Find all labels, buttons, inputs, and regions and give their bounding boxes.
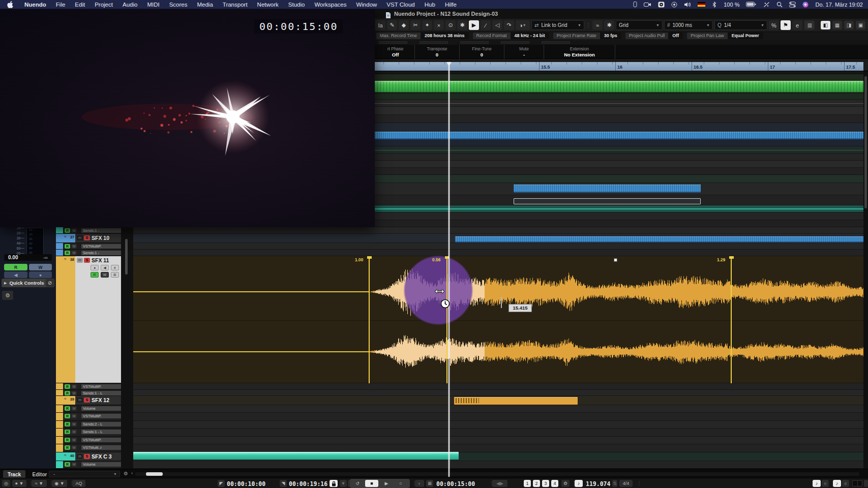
lane-write-button[interactable]: W <box>71 414 77 418</box>
battery-icon[interactable] <box>746 2 757 7</box>
write-automation-button[interactable]: W <box>101 272 109 278</box>
project-cursor[interactable] <box>448 62 450 477</box>
tempo-spinner[interactable]: ⇅ <box>612 480 617 487</box>
event-midpoint-handle[interactable] <box>614 258 617 262</box>
video-player-window[interactable]: 00:00:15:00 <box>0 9 375 227</box>
lane-write-button[interactable]: W <box>71 462 77 467</box>
event-end-line[interactable] <box>731 256 732 383</box>
mute-button[interactable]: m <box>77 235 83 240</box>
setup-window-layout-button[interactable]: ▥ <box>805 21 815 29</box>
audio-quantize-button[interactable]: AQ <box>72 480 85 487</box>
right-locator-icon[interactable]: ◥ <box>280 480 287 487</box>
edit-channel-button[interactable]: e <box>111 265 119 270</box>
menu-transport[interactable]: Transport <box>223 2 248 8</box>
stop-button[interactable]: ■ <box>365 480 378 487</box>
de-flag-icon[interactable] <box>698 2 705 7</box>
mute-button[interactable]: m <box>77 454 83 459</box>
marker-4-button[interactable]: 4 <box>551 480 558 487</box>
quick-controls-header[interactable]: ▶ Quick Controls ⊘ <box>2 279 54 287</box>
status-item-4[interactable]: Project Pan LawEqual Power <box>687 33 763 39</box>
lane-read-button[interactable]: R <box>65 422 70 426</box>
menu-nuendo[interactable]: Nuendo <box>24 2 46 8</box>
range-selection-tool-button[interactable]: Ia <box>375 20 385 30</box>
lane-read-button[interactable]: R <box>65 406 70 411</box>
solo-button[interactable]: S <box>84 398 90 403</box>
locator-lock-button[interactable] <box>330 480 338 487</box>
screen-record-icon[interactable] <box>644 2 651 8</box>
lane-write-button[interactable]: W <box>71 244 77 249</box>
lower-zone-button[interactable]: ▦ <box>832 21 842 29</box>
menu-network[interactable]: Network <box>257 2 279 8</box>
left-locator-time[interactable]: 00:00:10:00 <box>227 480 265 487</box>
audition-tool-button[interactable]: ◁ <box>492 20 502 30</box>
blue-clip-mid[interactable] <box>514 185 701 193</box>
mute-button[interactable]: m <box>77 258 83 263</box>
vertical-scrollbar[interactable] <box>863 71 868 478</box>
obs-icon[interactable] <box>658 2 665 8</box>
status-item-3[interactable]: Project Audio PullOff <box>625 33 683 39</box>
lane-read-button[interactable]: R <box>65 228 70 233</box>
mute-tool-button[interactable]: × <box>434 20 444 30</box>
lane-write-button[interactable]: W <box>71 251 77 255</box>
fader-value[interactable]: 0.00 <box>8 255 18 260</box>
menu-file[interactable]: File <box>56 2 66 8</box>
menu-hub[interactable]: Hub <box>425 2 435 8</box>
read-automation-button[interactable]: R <box>4 264 27 270</box>
time-signature[interactable]: 4/4 <box>619 480 633 487</box>
menu-edit[interactable]: Edit <box>75 2 85 8</box>
iterative-quantize-icon[interactable]: % <box>769 20 779 30</box>
chord-track-field[interactable]: - ▼ <box>49 471 120 477</box>
lane-read-button[interactable]: R <box>65 384 70 389</box>
record-enable-button[interactable]: ● <box>91 265 99 270</box>
tempo-track-button[interactable]: ♪ <box>575 480 583 487</box>
punch-in-button[interactable]: ▼ <box>340 480 347 487</box>
feedback-tool-button[interactable]: ↷ <box>504 20 514 30</box>
lane-write-button[interactable]: W <box>71 228 77 233</box>
info-field-transpose[interactable]: Transpose0 <box>415 45 460 59</box>
lane-read-button[interactable]: R <box>65 430 70 434</box>
lane-write-button[interactable]: W <box>71 384 77 389</box>
info-field-mute[interactable]: Mute- <box>504 45 544 59</box>
crossfade-button[interactable]: ≈ <box>592 20 603 30</box>
record-enable-button[interactable]: ● <box>29 271 52 278</box>
marker-settings-button[interactable]: ⚙ <box>561 480 570 487</box>
cycle-button[interactable]: ↺ <box>352 480 363 487</box>
lane-write-button[interactable]: W <box>71 391 77 395</box>
lane-write-button[interactable]: W <box>71 438 77 442</box>
marker-jump-buttons[interactable]: ◀▶ <box>492 480 507 487</box>
lane-read-button[interactable]: R <box>65 244 70 249</box>
assistant-icon[interactable] <box>802 2 809 8</box>
volume-icon[interactable] <box>684 2 691 8</box>
lane-write-button[interactable]: W <box>71 406 77 411</box>
erase-tool-button[interactable]: ◆ <box>399 20 409 30</box>
menu-window[interactable]: Window <box>356 2 377 8</box>
event-start-line[interactable] <box>369 256 370 383</box>
edit-icon[interactable]: e <box>792 20 802 30</box>
menu-audio[interactable]: Audio <box>123 2 137 8</box>
status-item-2[interactable]: Project Frame Rate30 fps <box>553 33 621 39</box>
play-button[interactable]: ▶ <box>380 480 393 487</box>
preroll-icon[interactable]: ◐ <box>415 480 424 487</box>
menu-vst-cloud[interactable]: VST Cloud <box>386 2 414 8</box>
marker-2-button[interactable]: 2 <box>533 480 540 487</box>
menu-media[interactable]: Media <box>197 2 213 8</box>
monitor-button[interactable]: ◀ <box>101 265 109 270</box>
record-icon[interactable] <box>671 2 677 8</box>
midi-record-menu[interactable]: ◉ ▼ <box>52 480 67 487</box>
read-automation-button[interactable]: R <box>91 272 99 278</box>
lane-read-button[interactable]: R <box>65 251 70 255</box>
lane-read-button[interactable]: R <box>65 391 70 395</box>
volume-envelope-line-upper[interactable] <box>133 291 370 292</box>
monitor-button[interactable]: ◀ <box>4 271 27 278</box>
tab-editor[interactable]: Editor <box>28 470 51 478</box>
left-locator-icon[interactable]: ◤ <box>218 480 225 487</box>
grid-type-dropdown[interactable]: #1000 ms▼ <box>664 20 713 30</box>
zoom-tool-button[interactable]: ⊙ <box>445 20 456 30</box>
volume-envelope-line-lower[interactable] <box>133 351 370 352</box>
menu-project[interactable]: Project <box>95 2 113 8</box>
audio-in-activity-icon[interactable]: ♪ <box>833 480 841 487</box>
click-icon[interactable]: ◎ <box>2 480 10 487</box>
lane-read-button[interactable]: R <box>65 414 70 418</box>
record-mode-menu[interactable]: ● ▼ <box>12 480 26 487</box>
lane-write-button[interactable]: W <box>71 430 77 434</box>
